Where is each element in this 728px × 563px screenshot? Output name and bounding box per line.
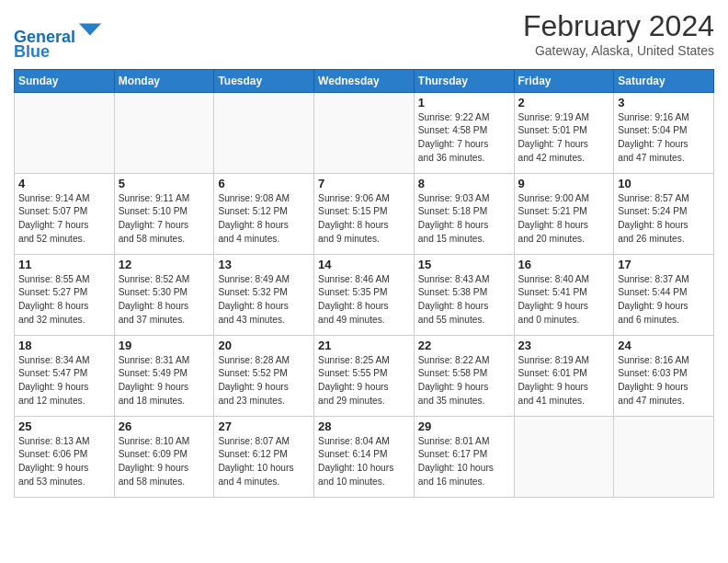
calendar-cell: 13Sunrise: 8:49 AMSunset: 5:32 PMDayligh…	[214, 254, 314, 335]
calendar-cell: 10Sunrise: 8:57 AMSunset: 5:24 PMDayligh…	[614, 173, 714, 254]
calendar-week-2: 11Sunrise: 8:55 AMSunset: 5:27 PMDayligh…	[15, 254, 714, 335]
day-info: Sunrise: 9:11 AMSunset: 5:10 PMDaylight:…	[119, 192, 210, 247]
day-number: 24	[618, 339, 710, 352]
day-number: 1	[418, 96, 510, 109]
day-info: Sunrise: 8:04 AMSunset: 6:14 PMDaylight:…	[318, 435, 410, 489]
day-info: Sunrise: 8:07 AMSunset: 6:12 PMDaylight:…	[218, 435, 310, 489]
day-number: 18	[18, 339, 110, 352]
day-number: 3	[618, 96, 710, 109]
calendar-cell: 23Sunrise: 8:19 AMSunset: 6:01 PMDayligh…	[514, 335, 614, 416]
day-info: Sunrise: 8:49 AMSunset: 5:32 PMDaylight:…	[218, 273, 310, 327]
day-info: Sunrise: 8:13 AMSunset: 6:06 PMDaylight:…	[18, 435, 110, 489]
day-number: 27	[218, 419, 310, 433]
day-number: 5	[119, 177, 210, 190]
day-info: Sunrise: 9:00 AMSunset: 5:21 PMDaylight:…	[518, 192, 610, 247]
calendar-cell: 7Sunrise: 9:06 AMSunset: 5:15 PMDaylight…	[314, 173, 415, 254]
logo: General Blue	[14, 17, 103, 62]
day-info: Sunrise: 9:06 AMSunset: 5:15 PMDaylight:…	[318, 192, 410, 247]
day-info: Sunrise: 8:46 AMSunset: 5:35 PMDaylight:…	[318, 273, 410, 327]
calendar-header-friday: Friday	[514, 69, 614, 92]
calendar-cell: 9Sunrise: 9:00 AMSunset: 5:21 PMDaylight…	[514, 173, 614, 254]
day-info: Sunrise: 9:08 AMSunset: 5:12 PMDaylight:…	[218, 192, 310, 247]
calendar-cell: 14Sunrise: 8:46 AMSunset: 5:35 PMDayligh…	[314, 254, 415, 335]
day-info: Sunrise: 8:52 AMSunset: 5:30 PMDaylight:…	[119, 273, 210, 327]
calendar-week-3: 18Sunrise: 8:34 AMSunset: 5:47 PMDayligh…	[15, 335, 714, 416]
day-info: Sunrise: 8:25 AMSunset: 5:55 PMDaylight:…	[318, 354, 410, 408]
calendar-header-thursday: Thursday	[414, 69, 514, 92]
calendar-header-tuesday: Tuesday	[214, 69, 314, 92]
calendar-cell: 15Sunrise: 8:43 AMSunset: 5:38 PMDayligh…	[414, 254, 514, 335]
title-block: February 2024 Gateway, Alaska, United St…	[523, 9, 714, 58]
calendar-cell: 8Sunrise: 9:03 AMSunset: 5:18 PMDaylight…	[414, 173, 514, 254]
day-number: 17	[618, 258, 710, 271]
day-number: 13	[218, 258, 310, 271]
calendar-header-wednesday: Wednesday	[314, 69, 415, 92]
day-info: Sunrise: 8:01 AMSunset: 6:17 PMDaylight:…	[418, 435, 510, 489]
day-info: Sunrise: 8:43 AMSunset: 5:38 PMDaylight:…	[418, 273, 510, 327]
day-info: Sunrise: 8:37 AMSunset: 5:44 PMDaylight:…	[618, 273, 710, 327]
calendar-cell	[114, 92, 214, 173]
day-info: Sunrise: 9:16 AMSunset: 5:04 PMDaylight:…	[618, 111, 710, 166]
calendar-header-row: SundayMondayTuesdayWednesdayThursdayFrid…	[15, 69, 714, 92]
day-number: 14	[318, 258, 410, 271]
calendar-cell: 21Sunrise: 8:25 AMSunset: 5:55 PMDayligh…	[314, 335, 415, 416]
day-number: 16	[518, 258, 610, 271]
calendar-cell	[614, 416, 714, 497]
calendar-cell: 29Sunrise: 8:01 AMSunset: 6:17 PMDayligh…	[414, 416, 514, 497]
day-info: Sunrise: 8:34 AMSunset: 5:47 PMDaylight:…	[18, 354, 110, 408]
day-info: Sunrise: 8:40 AMSunset: 5:41 PMDaylight:…	[518, 273, 610, 327]
calendar-cell	[314, 92, 415, 173]
calendar-header-sunday: Sunday	[15, 69, 115, 92]
day-number: 19	[119, 339, 210, 352]
day-info: Sunrise: 9:19 AMSunset: 5:01 PMDaylight:…	[518, 111, 610, 166]
day-number: 4	[18, 177, 110, 190]
calendar-cell: 11Sunrise: 8:55 AMSunset: 5:27 PMDayligh…	[15, 254, 115, 335]
day-number: 6	[218, 177, 310, 190]
calendar-week-0: 1Sunrise: 9:22 AMSunset: 4:58 PMDaylight…	[15, 92, 714, 173]
logo-icon	[77, 17, 103, 42]
day-number: 9	[518, 177, 610, 190]
calendar-cell: 22Sunrise: 8:22 AMSunset: 5:58 PMDayligh…	[414, 335, 514, 416]
calendar-cell: 12Sunrise: 8:52 AMSunset: 5:30 PMDayligh…	[114, 254, 214, 335]
day-info: Sunrise: 8:16 AMSunset: 6:03 PMDaylight:…	[618, 354, 710, 408]
day-info: Sunrise: 8:22 AMSunset: 5:58 PMDaylight:…	[418, 354, 510, 408]
calendar-cell: 27Sunrise: 8:07 AMSunset: 6:12 PMDayligh…	[214, 416, 314, 497]
location-subtitle: Gateway, Alaska, United States	[523, 43, 714, 58]
day-info: Sunrise: 8:10 AMSunset: 6:09 PMDaylight:…	[119, 435, 210, 489]
calendar-cell: 18Sunrise: 8:34 AMSunset: 5:47 PMDayligh…	[15, 335, 115, 416]
calendar-cell: 2Sunrise: 9:19 AMSunset: 5:01 PMDaylight…	[514, 92, 614, 173]
day-number: 2	[518, 96, 610, 109]
day-number: 25	[18, 419, 110, 433]
day-info: Sunrise: 8:55 AMSunset: 5:27 PMDaylight:…	[18, 273, 110, 327]
calendar-cell	[514, 416, 614, 497]
calendar-cell: 4Sunrise: 9:14 AMSunset: 5:07 PMDaylight…	[15, 173, 115, 254]
calendar-header-saturday: Saturday	[614, 69, 714, 92]
calendar-cell	[214, 92, 314, 173]
calendar-cell: 1Sunrise: 9:22 AMSunset: 4:58 PMDaylight…	[414, 92, 514, 173]
day-number: 21	[318, 339, 410, 352]
day-info: Sunrise: 9:03 AMSunset: 5:18 PMDaylight:…	[418, 192, 510, 247]
calendar-cell: 5Sunrise: 9:11 AMSunset: 5:10 PMDaylight…	[114, 173, 214, 254]
day-number: 28	[318, 419, 410, 433]
day-info: Sunrise: 8:19 AMSunset: 6:01 PMDaylight:…	[518, 354, 610, 408]
day-number: 11	[18, 258, 110, 271]
day-number: 8	[418, 177, 510, 190]
calendar-cell: 28Sunrise: 8:04 AMSunset: 6:14 PMDayligh…	[314, 416, 415, 497]
calendar-cell: 17Sunrise: 8:37 AMSunset: 5:44 PMDayligh…	[614, 254, 714, 335]
day-number: 10	[618, 177, 710, 190]
day-number: 22	[418, 339, 510, 352]
day-number: 29	[418, 419, 510, 433]
svg-marker-0	[79, 23, 101, 35]
day-number: 12	[119, 258, 210, 271]
day-info: Sunrise: 9:22 AMSunset: 4:58 PMDaylight:…	[418, 111, 510, 166]
page-header: General Blue February 2024 Gateway, Alas…	[14, 9, 714, 62]
day-info: Sunrise: 8:31 AMSunset: 5:49 PMDaylight:…	[119, 354, 210, 408]
calendar-cell: 3Sunrise: 9:16 AMSunset: 5:04 PMDaylight…	[614, 92, 714, 173]
calendar-cell: 19Sunrise: 8:31 AMSunset: 5:49 PMDayligh…	[114, 335, 214, 416]
day-number: 23	[518, 339, 610, 352]
calendar-table: SundayMondayTuesdayWednesdayThursdayFrid…	[14, 69, 714, 498]
calendar-cell	[15, 92, 115, 173]
calendar-header-monday: Monday	[114, 69, 214, 92]
day-number: 20	[218, 339, 310, 352]
day-number: 15	[418, 258, 510, 271]
